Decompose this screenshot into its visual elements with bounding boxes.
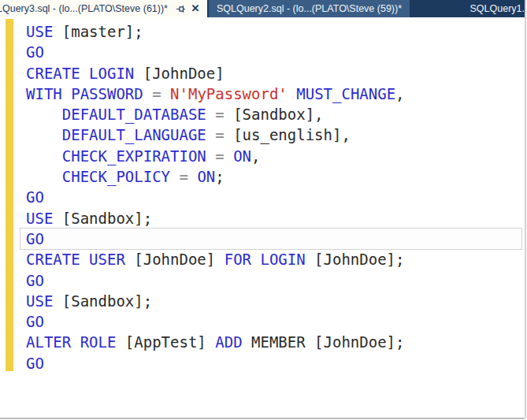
code-line[interactable]: GO <box>20 270 521 291</box>
code-area[interactable]: USE [master];GOCREATE LOGIN [JohnDoe]WIT… <box>20 21 521 374</box>
code-line[interactable]: GO <box>20 42 521 62</box>
code-segment-pl <box>288 85 296 102</box>
code-segment-pl <box>53 292 61 310</box>
code-segment-kw: ALTER ROLE <box>26 333 116 351</box>
code-line[interactable]: DEFAULT_LANGUAGE = [us_english], <box>20 125 521 145</box>
code-segment-kw: ADD <box>215 333 242 351</box>
code-segment-pl <box>170 168 179 185</box>
code-segment-op: = <box>152 85 161 102</box>
code-segment-kw: USE <box>26 292 53 310</box>
code-segment-id: [master]; <box>62 23 143 40</box>
code-segment-op: = <box>215 147 224 165</box>
code-segment-id: , <box>251 147 260 165</box>
code-segment-id: MEMBER [JohnDoe]; <box>251 333 404 351</box>
code-segment-kw: ON <box>197 168 215 185</box>
code-segment-pl <box>53 23 61 40</box>
document-tab-bar: LQuery3.sql - (lo...(PLATO\Steve (61))* … <box>0 0 525 17</box>
code-segment-pl <box>26 168 62 185</box>
code-segment-kw: ON <box>233 147 251 165</box>
code-segment-kw: USE <box>26 23 53 40</box>
code-line[interactable]: USE [master]; <box>20 21 521 42</box>
code-segment-kw: GO <box>26 313 44 330</box>
tab-sqlquery2[interactable]: SQLQuery2.sql - (lo...(PLATO\Steve (59))… <box>209 0 410 17</box>
code-segment-kw: CREATE LOGIN <box>26 65 134 82</box>
change-tracking-bar <box>6 19 13 371</box>
code-segment-kw: GO <box>26 355 44 372</box>
code-segment-pl <box>134 65 143 82</box>
code-segment-pl <box>26 126 62 143</box>
code-segment-pl <box>225 147 233 165</box>
code-segment-id: [us_english], <box>233 126 351 143</box>
code-segment-pl <box>26 147 62 165</box>
tab-sqlquery1[interactable]: SQLQuery1. <box>464 0 525 17</box>
tab-sqlquery1-label: SQLQuery1. <box>470 3 525 14</box>
code-segment-pl <box>215 251 224 268</box>
code-segment-pl <box>188 168 197 185</box>
code-segment-id: [Sandbox]; <box>62 292 152 310</box>
code-segment-op: = <box>215 106 224 123</box>
code-segment-pl <box>161 85 170 102</box>
code-segment-id: , <box>395 85 404 102</box>
code-line[interactable]: GO <box>20 311 521 332</box>
code-segment-pl <box>225 106 233 123</box>
code-segment-id: [JohnDoe] <box>143 65 225 82</box>
code-line[interactable]: CHECK_POLICY = ON; <box>20 166 521 187</box>
code-line[interactable]: GO <box>20 353 521 374</box>
code-segment-pl <box>53 210 61 227</box>
code-segment-pl <box>206 126 215 143</box>
code-segment-pl <box>225 126 233 143</box>
ssms-window: LQuery3.sql - (lo...(PLATO\Steve (61))* … <box>0 0 526 419</box>
code-segment-id: [JohnDoe] <box>134 251 215 268</box>
code-line[interactable]: USE [Sandbox]; <box>20 208 521 229</box>
code-segment-id: [AppTest] <box>125 333 206 351</box>
code-line[interactable]: ALTER ROLE [AppTest] ADD MEMBER [JohnDoe… <box>20 332 521 352</box>
code-segment-pl <box>306 251 314 268</box>
code-segment-kw: GO <box>26 188 44 206</box>
code-segment-kw: WITH PASSWORD <box>26 85 143 102</box>
pin-icon[interactable] <box>174 2 188 15</box>
code-segment-kw: USE <box>26 210 53 227</box>
code-segment-id: [JohnDoe]; <box>314 251 404 268</box>
code-segment-pl <box>206 147 215 165</box>
code-line[interactable]: CREATE USER [JohnDoe] FOR LOGIN [JohnDoe… <box>20 249 521 269</box>
code-segment-kw: GO <box>26 230 44 247</box>
code-segment-op: = <box>215 126 224 143</box>
code-segment-pl <box>125 251 134 268</box>
code-segment-id: [Sandbox]; <box>62 210 152 227</box>
code-segment-kw: GO <box>26 272 44 289</box>
code-segment-kw: CHECK_POLICY <box>62 168 170 185</box>
tab-icon-group: ✕ <box>174 2 202 15</box>
tab-sqlquery3[interactable]: LQuery3.sql - (lo...(PLATO\Steve (61))* … <box>0 0 207 17</box>
code-segment-kw: GO <box>26 43 44 61</box>
code-segment-kw: MUST_CHANGE <box>296 85 395 102</box>
code-segment-kw: DEFAULT_DATABASE <box>62 106 206 123</box>
code-segment-pl <box>206 333 215 351</box>
code-segment-kw: CREATE USER <box>26 251 125 268</box>
tab-bar-spacer <box>410 0 463 17</box>
code-segment-str: N'MyPassword' <box>170 85 288 102</box>
code-segment-pl <box>206 106 215 123</box>
sql-editor[interactable]: USE [master];GOCREATE LOGIN [JohnDoe]WIT… <box>0 17 525 418</box>
code-segment-kw: FOR LOGIN <box>225 251 306 268</box>
code-segment-id: [Sandbox], <box>233 106 323 123</box>
code-line[interactable]: GO <box>20 229 521 249</box>
code-line[interactable]: GO <box>20 187 521 207</box>
code-segment-pl <box>243 333 251 351</box>
code-line[interactable]: CREATE LOGIN [JohnDoe] <box>20 63 521 84</box>
code-line[interactable]: CHECK_EXPIRATION = ON, <box>20 146 521 166</box>
code-line[interactable]: USE [Sandbox]; <box>20 291 521 311</box>
close-icon[interactable]: ✕ <box>188 2 202 15</box>
code-segment-op: = <box>180 168 188 185</box>
code-segment-kw: CHECK_EXPIRATION <box>62 147 206 165</box>
code-segment-pl <box>26 106 62 123</box>
code-line[interactable]: DEFAULT_DATABASE = [Sandbox], <box>20 104 521 125</box>
code-segment-kw: DEFAULT_LANGUAGE <box>62 126 206 143</box>
tab-sqlquery2-label: SQLQuery2.sql - (lo...(PLATO\Steve (59))… <box>217 3 402 14</box>
tab-sqlquery3-label: LQuery3.sql - (lo...(PLATO\Steve (61))* <box>0 3 168 14</box>
code-segment-pl <box>143 85 152 102</box>
code-segment-id: ; <box>215 168 224 185</box>
code-line[interactable]: WITH PASSWORD = N'MyPassword' MUST_CHANG… <box>20 84 521 104</box>
code-segment-pl <box>116 333 124 351</box>
